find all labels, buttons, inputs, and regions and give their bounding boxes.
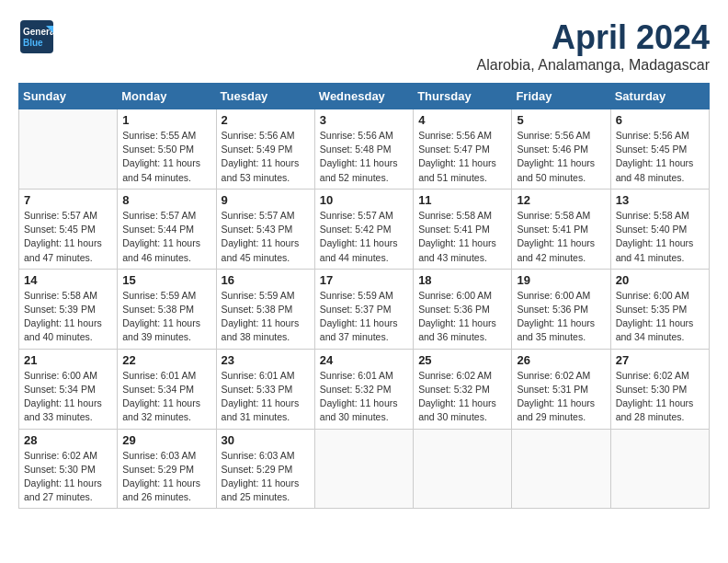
calendar-week-1: 1Sunrise: 5:55 AMSunset: 5:50 PMDaylight…	[19, 109, 710, 190]
calendar-cell: 26Sunrise: 6:02 AMSunset: 5:31 PMDayligh…	[512, 349, 610, 429]
calendar-cell	[512, 429, 610, 509]
calendar-cell: 2Sunrise: 5:56 AMSunset: 5:49 PMDaylight…	[216, 109, 314, 190]
calendar-week-5: 28Sunrise: 6:02 AMSunset: 5:30 PMDayligh…	[19, 429, 710, 509]
calendar-header: SundayMondayTuesdayWednesdayThursdayFrid…	[19, 84, 710, 109]
calendar-cell: 20Sunrise: 6:00 AMSunset: 5:35 PMDayligh…	[610, 269, 709, 349]
calendar-table: SundayMondayTuesdayWednesdayThursdayFrid…	[18, 83, 710, 509]
calendar-week-2: 7Sunrise: 5:57 AMSunset: 5:45 PMDaylight…	[19, 189, 710, 269]
day-number: 2	[222, 113, 310, 127]
calendar-cell: 22Sunrise: 6:01 AMSunset: 5:34 PMDayligh…	[118, 349, 216, 429]
day-number: 29	[122, 433, 210, 447]
day-number: 11	[418, 193, 506, 207]
calendar-cell: 15Sunrise: 5:59 AMSunset: 5:38 PMDayligh…	[118, 269, 216, 349]
day-number: 18	[418, 273, 506, 287]
day-info: Sunrise: 5:57 AMSunset: 5:44 PMDaylight:…	[122, 209, 210, 265]
day-info: Sunrise: 6:03 AMSunset: 5:29 PMDaylight:…	[222, 449, 310, 505]
weekday-header-saturday: Saturday	[610, 84, 709, 109]
calendar-cell: 13Sunrise: 5:58 AMSunset: 5:40 PMDayligh…	[610, 189, 709, 269]
calendar-cell: 4Sunrise: 5:56 AMSunset: 5:47 PMDaylight…	[414, 109, 512, 190]
calendar-cell: 16Sunrise: 5:59 AMSunset: 5:38 PMDayligh…	[216, 269, 314, 349]
calendar-cell: 18Sunrise: 6:00 AMSunset: 5:36 PMDayligh…	[414, 269, 512, 349]
calendar-cell: 1Sunrise: 5:55 AMSunset: 5:50 PMDaylight…	[118, 109, 216, 190]
weekday-header-tuesday: Tuesday	[216, 84, 314, 109]
day-info: Sunrise: 5:56 AMSunset: 5:47 PMDaylight:…	[418, 129, 506, 185]
day-info: Sunrise: 6:02 AMSunset: 5:32 PMDaylight:…	[418, 369, 506, 425]
calendar-week-4: 21Sunrise: 6:00 AMSunset: 5:34 PMDayligh…	[19, 349, 710, 429]
day-info: Sunrise: 6:01 AMSunset: 5:33 PMDaylight:…	[222, 369, 310, 425]
calendar-cell: 30Sunrise: 6:03 AMSunset: 5:29 PMDayligh…	[216, 429, 314, 509]
day-info: Sunrise: 5:56 AMSunset: 5:48 PMDaylight:…	[320, 129, 408, 185]
day-number: 12	[517, 193, 605, 207]
day-info: Sunrise: 6:01 AMSunset: 5:34 PMDaylight:…	[122, 369, 210, 425]
calendar-cell: 21Sunrise: 6:00 AMSunset: 5:34 PMDayligh…	[19, 349, 118, 429]
day-info: Sunrise: 6:00 AMSunset: 5:36 PMDaylight:…	[418, 289, 506, 345]
day-number: 7	[24, 193, 112, 207]
day-number: 21	[24, 353, 112, 367]
day-number: 17	[320, 273, 408, 287]
calendar-cell: 12Sunrise: 5:58 AMSunset: 5:41 PMDayligh…	[512, 189, 610, 269]
svg-rect-0	[20, 20, 53, 53]
svg-text:Blue: Blue	[23, 38, 43, 48]
calendar-cell	[314, 429, 413, 509]
day-info: Sunrise: 5:56 AMSunset: 5:45 PMDaylight:…	[616, 129, 704, 185]
day-number: 3	[320, 113, 408, 127]
calendar-cell	[610, 429, 709, 509]
calendar-week-3: 14Sunrise: 5:58 AMSunset: 5:39 PMDayligh…	[19, 269, 710, 349]
weekday-header-sunday: Sunday	[19, 84, 118, 109]
calendar-cell: 23Sunrise: 6:01 AMSunset: 5:33 PMDayligh…	[216, 349, 314, 429]
day-info: Sunrise: 6:02 AMSunset: 5:31 PMDaylight:…	[517, 369, 605, 425]
day-number: 14	[24, 273, 112, 287]
weekday-header-wednesday: Wednesday	[314, 84, 413, 109]
calendar-cell	[414, 429, 512, 509]
day-number: 28	[24, 433, 112, 447]
day-number: 4	[418, 113, 506, 127]
weekday-header-row: SundayMondayTuesdayWednesdayThursdayFrid…	[19, 84, 710, 109]
calendar-cell	[19, 109, 118, 190]
day-info: Sunrise: 5:57 AMSunset: 5:42 PMDaylight:…	[320, 209, 408, 265]
day-number: 30	[222, 433, 310, 447]
day-info: Sunrise: 5:57 AMSunset: 5:43 PMDaylight:…	[222, 209, 310, 265]
day-info: Sunrise: 6:01 AMSunset: 5:32 PMDaylight:…	[320, 369, 408, 425]
day-info: Sunrise: 5:59 AMSunset: 5:38 PMDaylight:…	[222, 289, 310, 345]
day-info: Sunrise: 5:59 AMSunset: 5:38 PMDaylight:…	[122, 289, 210, 345]
calendar-cell: 9Sunrise: 5:57 AMSunset: 5:43 PMDaylight…	[216, 189, 314, 269]
day-number: 1	[122, 113, 210, 127]
day-number: 10	[320, 193, 408, 207]
day-info: Sunrise: 6:00 AMSunset: 5:36 PMDaylight:…	[517, 289, 605, 345]
calendar-cell: 6Sunrise: 5:56 AMSunset: 5:45 PMDaylight…	[610, 109, 709, 190]
calendar-cell: 24Sunrise: 6:01 AMSunset: 5:32 PMDayligh…	[314, 349, 413, 429]
location-title: Alarobia, Analamanga, Madagascar	[477, 57, 711, 74]
day-number: 19	[517, 273, 605, 287]
day-number: 26	[517, 353, 605, 367]
day-info: Sunrise: 6:00 AMSunset: 5:34 PMDaylight:…	[24, 369, 112, 425]
day-info: Sunrise: 5:58 AMSunset: 5:41 PMDaylight:…	[418, 209, 506, 265]
logo: General Blue	[18, 18, 55, 55]
calendar-cell: 7Sunrise: 5:57 AMSunset: 5:45 PMDaylight…	[19, 189, 118, 269]
calendar-cell: 8Sunrise: 5:57 AMSunset: 5:44 PMDaylight…	[118, 189, 216, 269]
day-info: Sunrise: 6:03 AMSunset: 5:29 PMDaylight:…	[122, 449, 210, 505]
day-number: 24	[320, 353, 408, 367]
day-info: Sunrise: 5:59 AMSunset: 5:37 PMDaylight:…	[320, 289, 408, 345]
day-info: Sunrise: 5:55 AMSunset: 5:50 PMDaylight:…	[122, 129, 210, 185]
calendar-cell: 14Sunrise: 5:58 AMSunset: 5:39 PMDayligh…	[19, 269, 118, 349]
calendar-cell: 19Sunrise: 6:00 AMSunset: 5:36 PMDayligh…	[512, 269, 610, 349]
day-number: 16	[222, 273, 310, 287]
weekday-header-friday: Friday	[512, 84, 610, 109]
calendar-cell: 29Sunrise: 6:03 AMSunset: 5:29 PMDayligh…	[118, 429, 216, 509]
day-info: Sunrise: 5:56 AMSunset: 5:46 PMDaylight:…	[517, 129, 605, 185]
day-info: Sunrise: 5:58 AMSunset: 5:40 PMDaylight:…	[616, 209, 704, 265]
calendar-cell: 10Sunrise: 5:57 AMSunset: 5:42 PMDayligh…	[314, 189, 413, 269]
weekday-header-thursday: Thursday	[414, 84, 512, 109]
day-number: 9	[222, 193, 310, 207]
weekday-header-monday: Monday	[118, 84, 216, 109]
calendar-cell: 17Sunrise: 5:59 AMSunset: 5:37 PMDayligh…	[314, 269, 413, 349]
day-number: 27	[616, 353, 704, 367]
calendar-cell: 11Sunrise: 5:58 AMSunset: 5:41 PMDayligh…	[414, 189, 512, 269]
day-info: Sunrise: 6:00 AMSunset: 5:35 PMDaylight:…	[616, 289, 704, 345]
day-info: Sunrise: 6:02 AMSunset: 5:30 PMDaylight:…	[616, 369, 704, 425]
day-info: Sunrise: 6:02 AMSunset: 5:30 PMDaylight:…	[24, 449, 112, 505]
logo-icon: General Blue	[18, 18, 55, 55]
day-number: 5	[517, 113, 605, 127]
calendar-cell: 5Sunrise: 5:56 AMSunset: 5:46 PMDaylight…	[512, 109, 610, 190]
day-number: 13	[616, 193, 704, 207]
